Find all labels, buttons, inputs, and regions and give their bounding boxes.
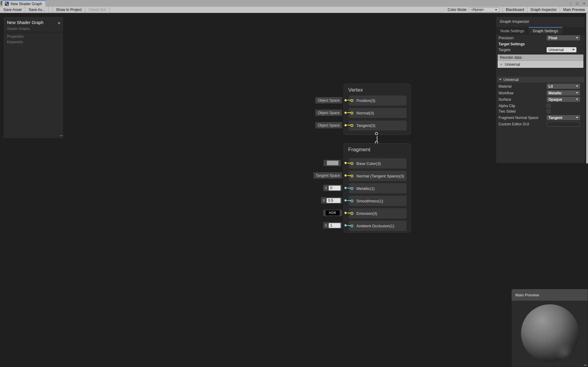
emission-hdr-swatch[interactable]: HDR <box>323 210 342 216</box>
two-sided-row: Two Sided <box>496 109 585 114</box>
show-in-project-button[interactable]: Show In Project <box>52 7 85 13</box>
port-connector <box>347 175 351 176</box>
base-color-row[interactable]: Base Color(3) <box>349 158 407 169</box>
port-connector <box>347 163 351 163</box>
dropdown-arrow-icon <box>576 117 578 118</box>
material-dropdown[interactable]: Lit <box>547 84 580 89</box>
port-icon[interactable] <box>351 112 353 114</box>
document-tab[interactable]: New Shader Graph <box>2 0 46 7</box>
blackboard-toggle-button[interactable]: Blackboard <box>502 7 527 13</box>
port-label: Metallic(1) <box>356 186 375 191</box>
smoothness-value-field[interactable]: X 0.5 <box>321 197 342 204</box>
metallic-value-field[interactable]: X 0 <box>323 185 342 191</box>
drag-handle-icon[interactable]: = <box>500 62 502 67</box>
custom-editor-gui-input[interactable] <box>547 122 580 127</box>
check-out-button: Check Out <box>85 7 110 13</box>
port-label: Position(3) <box>356 98 375 103</box>
vertex-normal-row[interactable]: Normal(3) <box>349 108 407 118</box>
color-mode-dropdown[interactable]: <None> <box>469 7 499 12</box>
blackboard-section-properties[interactable]: Properties <box>7 34 24 39</box>
targets-dropdown[interactable]: Universal <box>547 47 576 52</box>
port-icon[interactable] <box>351 162 353 165</box>
port-label: Emission(3) <box>356 211 377 216</box>
preview-sphere[interactable] <box>521 304 579 362</box>
inspector-tab-bar: Node Settings Graph Settings <box>496 27 585 34</box>
precision-dropdown[interactable]: Float <box>547 35 580 40</box>
port-dot-icon <box>345 212 347 214</box>
targets-value: Universal <box>548 48 564 52</box>
shader-graph-asset-icon <box>5 2 9 6</box>
metallic-row[interactable]: Metallic(1) <box>349 183 407 194</box>
port-dot-icon <box>345 224 347 226</box>
workflow-value: Metallic <box>548 91 562 95</box>
shader-graph-window: New Shader Graph ⋮ □ × Save Asset Save A… <box>0 0 588 367</box>
vertex-fragment-edge[interactable] <box>377 136 377 141</box>
metallic-input[interactable]: 0 <box>329 186 341 190</box>
material-value: Lit <box>548 84 553 89</box>
tab-node-settings[interactable]: Node Settings <box>496 27 529 34</box>
port-icon[interactable] <box>351 175 353 177</box>
port-icon[interactable] <box>351 200 353 202</box>
graph-inspector-toggle-button[interactable]: Graph Inspector <box>527 7 560 13</box>
tangent-space-chip[interactable]: Object Space <box>315 122 342 128</box>
port-icon[interactable] <box>351 124 353 127</box>
window-close-icon[interactable]: × <box>581 0 587 7</box>
graph-inspector-title: Graph Inspector <box>500 19 529 24</box>
blackboard-section-keywords[interactable]: Keywords <box>7 40 23 44</box>
ambient-occlusion-value-field[interactable]: X 1 <box>323 222 342 229</box>
smoothness-input[interactable]: 0.5 <box>327 198 341 203</box>
custom-editor-gui-label: Custom Editor GUI <box>499 122 529 126</box>
port-icon[interactable] <box>351 225 353 227</box>
reorder-item-universal[interactable]: = Universal <box>498 61 583 68</box>
add-property-button[interactable]: + <box>58 20 61 26</box>
workflow-dropdown[interactable]: Metallic <box>547 90 580 96</box>
preview-resize-handle[interactable] <box>584 365 587 365</box>
emission-row[interactable]: Emission(3) <box>349 208 407 218</box>
port-icon[interactable] <box>351 212 353 215</box>
graph-inspector-panel: Graph Inspector Node Settings Graph Sett… <box>496 16 585 163</box>
save-as-button[interactable]: Save As... <box>25 7 49 13</box>
base-color-swatch[interactable] <box>324 160 341 166</box>
divider <box>3 32 63 32</box>
port-icon[interactable] <box>351 99 353 102</box>
window-restore-icon[interactable]: □ <box>575 0 580 7</box>
port-label: Ambient Occlusion(1) <box>356 224 394 228</box>
ambient-occlusion-row[interactable]: Ambient Occlusion(1) <box>349 221 407 231</box>
fragment-node[interactable]: Fragment Base Color(3) Normal (Tangent S… <box>344 143 411 232</box>
port-dot-icon <box>345 162 347 164</box>
blackboard-resize-handle[interactable] <box>60 135 63 136</box>
surface-dropdown[interactable]: Opaque <box>547 97 580 102</box>
reorder-list: Reorder data: = Universal <box>497 54 584 68</box>
reorder-header: Reorder data: <box>498 54 583 61</box>
save-asset-button[interactable]: Save Asset <box>0 7 25 13</box>
vertex-position-row[interactable]: Position(3) <box>349 96 407 106</box>
normal-space-chip[interactable]: Object Space <box>315 110 342 116</box>
blackboard-subtitle: Shader Graphs <box>7 27 30 30</box>
port-icon[interactable] <box>351 187 353 190</box>
normal-tangent-space-row[interactable]: Normal (Tangent Space)(3) <box>349 171 407 181</box>
tab-graph-settings[interactable]: Graph Settings <box>529 27 562 34</box>
window-menu-icon[interactable]: ⋮ <box>568 0 573 7</box>
dropdown-arrow-icon <box>576 86 578 87</box>
main-preview-toggle-button[interactable]: Main Preview <box>560 7 588 13</box>
surface-value: Opaque <box>548 97 562 102</box>
port-label: Smoothness(1) <box>356 199 383 203</box>
universal-foldout[interactable]: Universal <box>497 77 584 82</box>
port-connector <box>347 213 351 213</box>
two-sided-checkbox[interactable] <box>547 109 551 113</box>
vertex-tangent-row[interactable]: Tangent(3) <box>349 121 407 131</box>
position-space-chip[interactable]: Object Space <box>315 97 342 103</box>
alpha-clip-row: Alpha Clip <box>496 103 585 109</box>
smoothness-row[interactable]: Smoothness(1) <box>349 196 407 206</box>
dropdown-arrow-icon <box>576 99 578 100</box>
edge-endpoint-icon[interactable] <box>375 132 378 135</box>
vertex-node[interactable]: Vertex Position(3) Normal(3) Tangent(3) <box>344 84 411 135</box>
fragment-normal-space-dropdown[interactable]: Tangent <box>547 115 580 120</box>
alpha-clip-label: Alpha Clip <box>499 104 515 108</box>
dropdown-arrow-icon <box>495 9 497 11</box>
port-label: Base Color(3) <box>356 161 381 166</box>
alpha-clip-checkbox[interactable] <box>547 104 551 108</box>
main-preview-header[interactable]: Main Preview <box>512 289 588 301</box>
normal-space-chip[interactable]: Tangent Space <box>313 172 342 179</box>
ambient-occlusion-input[interactable]: 1 <box>329 223 341 228</box>
